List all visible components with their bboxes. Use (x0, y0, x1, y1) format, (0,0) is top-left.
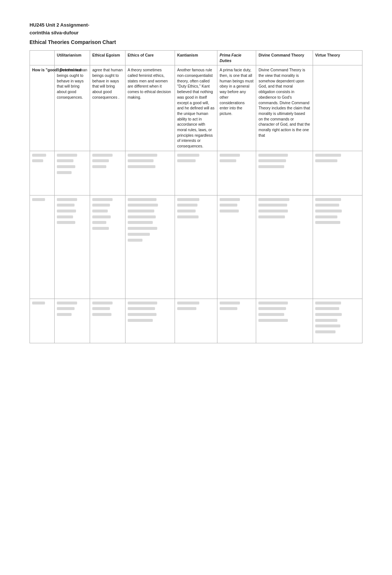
blurred-label-4 (30, 299, 55, 343)
blurred-care-4 (125, 299, 175, 343)
cell-virtue-theory-good (313, 65, 362, 151)
blurred-util-2 (55, 151, 90, 195)
blurred-util-4 (55, 299, 90, 343)
header-kantianism: Kantianism (175, 51, 217, 65)
blurred-prima-3 (217, 195, 256, 299)
blurred-virtue-2 (313, 151, 362, 195)
blurred-prima-2 (217, 151, 256, 195)
comparison-table: Utilitarianism Ethical Egoism Ethics of … (30, 50, 362, 343)
header-divine-command: Divine Command Theory (256, 51, 313, 65)
doc-title: HU245 Unit 2 Assignment- (30, 22, 362, 28)
doc-author: corinthia silva-dufour (30, 30, 362, 35)
blurred-kant-2 (175, 151, 217, 195)
table-row-blurred-2 (30, 151, 362, 195)
header-ethical-egoism: Ethical Egoism (90, 51, 125, 65)
header-virtue-theory: Virtue Theory (313, 51, 362, 65)
blurred-kant-3 (175, 195, 217, 299)
cell-kantianism-good: Another famous rule non-consequentialist… (175, 65, 217, 151)
blurred-label-2 (30, 151, 55, 195)
table-header-row: Utilitarianism Ethical Egoism Ethics of … (30, 51, 362, 65)
cell-ethical-egoism-good: agree that human beings ought to behave … (90, 65, 125, 151)
blurred-prima-4 (217, 299, 256, 343)
table-row-good-determined: How is "good" Determined agree that huma… (30, 65, 362, 151)
blurred-kant-4 (175, 299, 217, 343)
blurred-divine-3 (256, 195, 313, 299)
blurred-ego-4 (90, 299, 125, 343)
blurred-ego-3 (90, 195, 125, 299)
cell-prima-facie-good: A prima facie duty, then, is one that al… (217, 65, 256, 151)
table-row-blurred-4 (30, 299, 362, 343)
cell-utilitarianism-good: agree that human beings ought to behave … (55, 65, 90, 151)
blurred-ego-2 (90, 151, 125, 195)
blurred-virtue-3 (313, 195, 362, 299)
blurred-divine-2 (256, 151, 313, 195)
table-row-blurred-3 (30, 195, 362, 299)
row-label-good: How is "good" Determined (30, 65, 55, 151)
blurred-care-3 (125, 195, 175, 299)
blurred-util-3 (55, 195, 90, 299)
blurred-label-3 (30, 195, 55, 299)
cell-divine-command-good: Divine Command Theory is the view that m… (256, 65, 313, 151)
blurred-divine-4 (256, 299, 313, 343)
chart-title: Ethical Theories Comparison Chart (30, 39, 362, 45)
blurred-care-2 (125, 151, 175, 195)
header-prima-facie: Prima Facie Duties (217, 51, 256, 65)
header-empty (30, 51, 55, 65)
blurred-virtue-4 (313, 299, 362, 343)
cell-ethics-of-care-good: A theory sometimes called feminist ethic… (125, 65, 175, 151)
header-utilitarianism: Utilitarianism (55, 51, 90, 65)
header-ethics-of-care: Ethics of Care (125, 51, 175, 65)
